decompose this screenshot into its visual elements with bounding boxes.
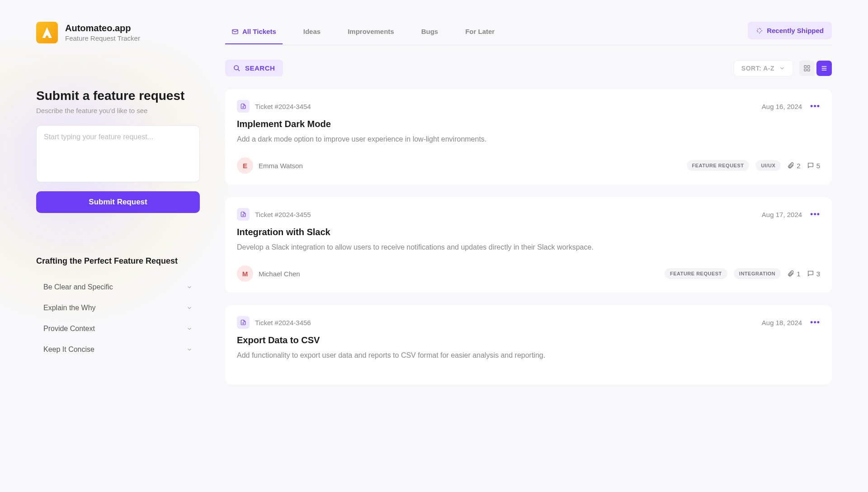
chevron-down-icon: [779, 65, 785, 71]
author: M Michael Chen: [237, 265, 300, 282]
sort-button[interactable]: SORT: A-Z: [734, 60, 793, 76]
form-subtitle: Describe the feature you'd like to see: [36, 107, 200, 114]
comment-icon: [807, 162, 814, 169]
chevron-down-icon: [186, 346, 193, 353]
sidebar: Automateo.app Feature Request Tracker Su…: [36, 22, 200, 397]
sparkle-icon: [756, 27, 763, 34]
tab-ideas[interactable]: Ideas: [297, 22, 327, 44]
app-subtitle: Feature Request Tracker: [65, 34, 140, 42]
tabs: All TicketsIdeasImprovementsBugsFor Late…: [225, 22, 501, 44]
tab-all-tickets[interactable]: All Tickets: [225, 22, 283, 44]
svg-point-1: [234, 66, 238, 70]
chevron-down-icon: [186, 284, 193, 290]
tip-label: Explain the Why: [43, 304, 96, 312]
document-icon: [237, 208, 250, 221]
tips-list: Be Clear and SpecificExplain the WhyProv…: [36, 277, 200, 360]
logo-icon: [36, 22, 58, 43]
avatar: E: [237, 157, 253, 174]
tip-label: Keep It Concise: [43, 345, 94, 354]
avatar: M: [237, 265, 253, 282]
more-button[interactable]: •••: [810, 210, 820, 219]
comment-count: 3: [807, 270, 820, 278]
ticket-list: Ticket #2024-3454 Aug 16, 2024 ••• Imple…: [225, 89, 832, 384]
ticket-description: Add a dark mode option to improve user e…: [237, 134, 820, 145]
tips-title: Crafting the Perfect Feature Request: [36, 256, 200, 266]
author-name: Michael Chen: [259, 270, 300, 278]
tab-bugs[interactable]: Bugs: [415, 22, 445, 44]
tip-item[interactable]: Explain the Why: [36, 298, 200, 318]
ticket-id: Ticket #2024-3454: [255, 103, 311, 110]
ticket-card[interactable]: Ticket #2024-3455 Aug 17, 2024 ••• Integ…: [225, 197, 832, 293]
search-button[interactable]: SEARCH: [225, 60, 283, 76]
tag: INTEGRATION: [734, 268, 781, 279]
attachment-count: 2: [787, 162, 800, 170]
tag: FEATURE REQUEST: [665, 268, 727, 279]
tag: FEATURE REQUEST: [687, 160, 750, 171]
svg-rect-3: [807, 66, 810, 68]
tip-item[interactable]: Be Clear and Specific: [36, 277, 200, 298]
tag: UI/UX: [755, 160, 781, 171]
ticket-title: Export Data to CSV: [237, 335, 820, 345]
ticket-id: Ticket #2024-3456: [255, 319, 311, 326]
list-view-button[interactable]: [816, 61, 832, 76]
ticket-title: Implement Dark Mode: [237, 119, 820, 129]
ticket-card[interactable]: Ticket #2024-3456 Aug 18, 2024 ••• Expor…: [225, 305, 832, 384]
tip-label: Be Clear and Specific: [43, 283, 113, 291]
paperclip-icon: [787, 270, 794, 277]
more-button[interactable]: •••: [810, 102, 820, 111]
chevron-down-icon: [186, 305, 193, 311]
grid-icon: [803, 65, 811, 72]
paperclip-icon: [787, 162, 794, 169]
svg-rect-2: [804, 66, 807, 68]
tip-item[interactable]: Keep It Concise: [36, 339, 200, 360]
svg-rect-5: [807, 69, 810, 71]
app-title: Automateo.app: [65, 23, 140, 33]
author-name: Emma Watson: [259, 162, 303, 170]
ticket-date: Aug 16, 2024: [762, 103, 802, 110]
mail-icon: [231, 28, 239, 35]
recently-shipped-button[interactable]: Recently Shipped: [748, 22, 832, 39]
svg-rect-4: [804, 69, 807, 71]
ticket-date: Aug 17, 2024: [762, 211, 802, 218]
ticket-card[interactable]: Ticket #2024-3454 Aug 16, 2024 ••• Imple…: [225, 89, 832, 184]
tab-improvements[interactable]: Improvements: [341, 22, 401, 44]
ticket-description: Add functionality to export user data an…: [237, 350, 820, 361]
comment-icon: [807, 270, 814, 277]
attachment-count: 1: [787, 270, 800, 278]
logo: Automateo.app Feature Request Tracker: [36, 22, 200, 43]
comment-count: 5: [807, 162, 820, 170]
ticket-id: Ticket #2024-3455: [255, 211, 311, 218]
submit-button[interactable]: Submit Request: [36, 191, 200, 213]
grid-view-button[interactable]: [799, 61, 815, 76]
form-title: Submit a feature request: [36, 89, 200, 103]
tip-label: Provide Context: [43, 325, 95, 333]
ticket-date: Aug 18, 2024: [762, 319, 802, 326]
ticket-description: Develop a Slack integration to allow use…: [237, 242, 820, 253]
ticket-title: Integration with Slack: [237, 227, 820, 237]
document-icon: [237, 316, 250, 329]
feature-request-input[interactable]: [36, 125, 200, 182]
list-icon: [821, 65, 828, 72]
more-button[interactable]: •••: [810, 318, 820, 327]
document-icon: [237, 100, 250, 113]
main-content: All TicketsIdeasImprovementsBugsFor Late…: [225, 22, 832, 397]
search-icon: [233, 65, 241, 72]
tab-for-later[interactable]: For Later: [459, 22, 501, 44]
tip-item[interactable]: Provide Context: [36, 318, 200, 339]
chevron-down-icon: [186, 326, 193, 332]
author: E Emma Watson: [237, 157, 303, 174]
